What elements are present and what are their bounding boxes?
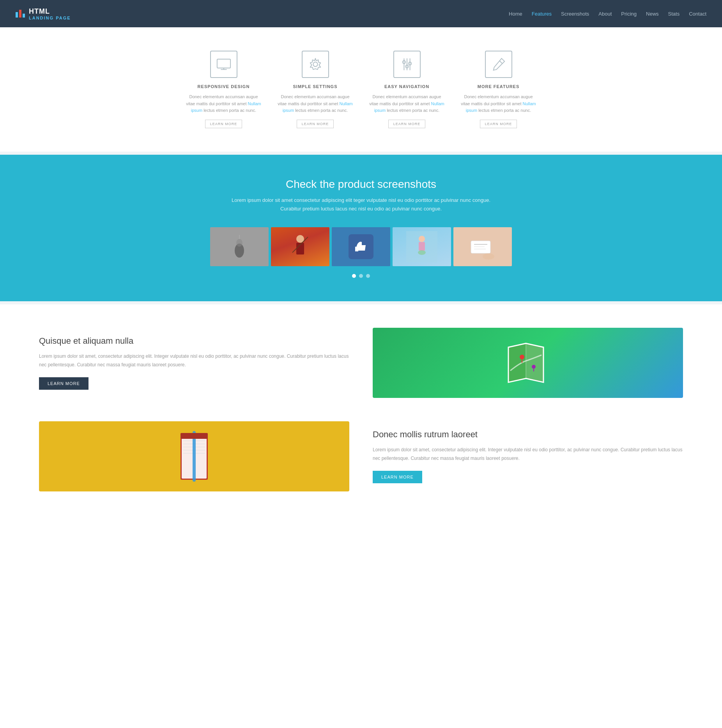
content-text-2: Donec mollis rutrum laoreet Lorem ipsum … [373,429,683,483]
screenshots-desc-line1: Lorem ipsum dolor sit amet consectetur a… [232,197,490,203]
gallery-thumb-1 [210,227,269,266]
gear-icon [302,51,329,78]
feature-title-1: RESPONSIVE DESIGN [186,84,262,89]
nav-item-screenshots[interactable]: Screenshots [561,10,589,17]
nav-link-stats[interactable]: Stats [668,11,680,17]
section1-desc: Lorem ipsum dolor sit amet, consectetur … [39,352,349,369]
nav-item-about[interactable]: About [598,10,612,17]
sliders-svg [400,57,414,72]
notebook-svg [175,431,214,482]
svg-point-12 [236,239,242,247]
dot-3[interactable] [366,274,370,278]
map-image [373,328,683,398]
nav-item-pricing[interactable]: Pricing [621,10,637,17]
section1-btn[interactable]: LEARN MORE [39,377,88,390]
nav-list: Home Features Screenshots About Pricing … [509,10,706,17]
feature-card-2: SIMPLE SETTINGS Donec elementum accumsan… [277,51,353,128]
notebook-image [39,421,349,491]
section2-title: Donec mollis rutrum laoreet [373,429,683,440]
girl-svg [406,231,437,262]
feature-text-1: Donec elementum accumsan augue vitae mat… [186,94,262,114]
thumb-img-5 [453,227,512,266]
svg-rect-18 [355,247,358,251]
nav-link-news[interactable]: News [646,11,659,17]
screenshots-desc-line2: Curabitur pretium luctus lacus nec nisl … [280,206,442,212]
thumb-img-2 [271,227,329,266]
divider-2 [0,301,722,304]
svg-marker-28 [508,343,526,382]
feature-btn-3[interactable]: LEARN MORE [388,120,426,128]
earbuds-svg [224,231,255,262]
svg-line-10 [499,61,502,64]
gear-svg [308,57,323,72]
feature-card-3: EASY NAVIGATION Donec elementum accumsan… [369,51,445,128]
feature-text-3: Donec elementum accumsan augue vitae mat… [369,94,445,114]
dot-1[interactable] [352,274,356,278]
content-row-2: Donec mollis rutrum laoreet Lorem ipsum … [39,421,683,491]
nav-item-home[interactable]: Home [509,10,522,17]
section2-btn[interactable]: LEARN MORE [373,471,422,483]
svg-point-31 [520,355,524,359]
section2-desc: Lorem ipsum dolor sit amet, consectetur … [373,446,683,463]
brand-sub-label: LANDING PAGE [29,16,71,20]
svg-rect-44 [180,433,208,439]
feature-card-1: RESPONSIVE DESIGN Donec elementum accums… [186,51,262,128]
svg-point-20 [419,236,425,242]
section1-title: Quisque et aliquam nulla [39,336,349,346]
feature-btn-4[interactable]: LEARN MORE [480,120,517,128]
feature-title-3: EASY NAVIGATION [369,84,445,89]
features-section: RESPONSIVE DESIGN Donec elementum accums… [0,27,722,152]
screenshots-title: Check the product screenshots [16,178,706,191]
like-svg [345,231,377,262]
pencil-svg [491,57,506,72]
gallery-thumb-4 [393,227,451,266]
brand: HTML LANDING PAGE [16,7,71,20]
feature-btn-1[interactable]: LEARN MORE [205,120,242,128]
map-svg [504,339,551,386]
nav-link-pricing[interactable]: Pricing [621,11,637,17]
divider-1 [0,152,722,155]
nav-link-home[interactable]: Home [509,11,522,17]
nav-item-contact[interactable]: Contact [689,10,706,17]
content-section: Quisque et aliquam nulla Lorem ipsum dol… [0,304,722,538]
gallery-thumb-5 [453,227,512,266]
nav-item-features[interactable]: Features [532,10,552,17]
nav-link-about[interactable]: About [598,11,612,17]
nav-item-stats[interactable]: Stats [668,10,680,17]
feature-card-4: MORE FEATURES Donec elementum accumsan a… [460,51,536,128]
svg-point-33 [532,365,536,369]
svg-marker-29 [526,343,543,382]
gallery-thumb-2 [271,227,329,266]
gallery-dots [16,274,706,278]
brand-icon [16,10,25,18]
monitor-svg [216,57,231,72]
nav-link-contact[interactable]: Contact [689,11,706,17]
gallery-thumb-3 [332,227,390,266]
screenshots-section: Check the product screenshots Lorem ipsu… [0,155,722,301]
card-svg [467,231,498,262]
bar3 [23,14,25,18]
svg-rect-21 [419,242,425,251]
content-text-1: Quisque et aliquam nulla Lorem ipsum dol… [39,336,349,389]
svg-point-22 [418,250,426,255]
svg-point-3 [313,62,317,66]
section1-image [373,328,683,398]
archer-svg [285,231,316,262]
brand-html-label: HTML [29,7,71,16]
thumb-img-1 [210,227,269,266]
bar1 [16,12,18,18]
nav-item-news[interactable]: News [646,10,659,17]
feature-text-4: Donec elementum accumsan augue vitae mat… [460,94,536,114]
nav-link-screenshots[interactable]: Screenshots [561,11,589,17]
screenshots-desc: Lorem ipsum dolor sit amet consectetur a… [16,196,706,213]
dot-2[interactable] [359,274,363,278]
bar2 [19,10,21,18]
navbar: HTML LANDING PAGE Home Features Screensh… [0,0,722,27]
section2-image [39,421,349,491]
feature-title-2: SIMPLE SETTINGS [277,84,353,89]
svg-rect-23 [471,241,490,253]
svg-point-27 [483,253,494,260]
feature-title-4: MORE FEATURES [460,84,536,89]
feature-btn-2[interactable]: LEARN MORE [297,120,334,128]
nav-link-features[interactable]: Features [532,11,552,17]
